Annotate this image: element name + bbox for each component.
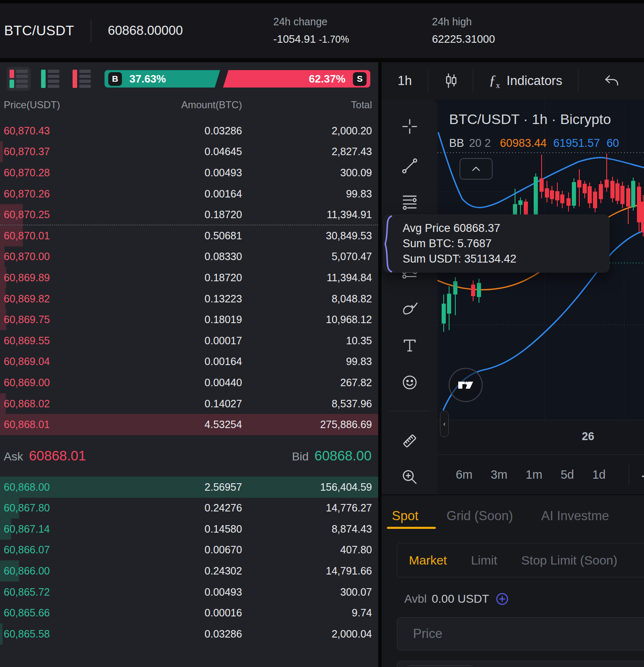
orderbook-panel: B 37.63% 62.37% S Price(USDT) Amount(BTC… xyxy=(0,62,378,667)
indicator-legend[interactable]: BB20 260983.4461951.5760 xyxy=(449,137,619,150)
book-view-both-icon[interactable] xyxy=(7,67,31,91)
fib-retracement-icon[interactable] xyxy=(401,194,418,210)
deposit-plus-icon[interactable] xyxy=(496,592,509,606)
orderbook-row[interactable]: 60,868.014.53254275,886.69 xyxy=(0,414,378,435)
order-type-limit[interactable]: Limit xyxy=(471,553,497,567)
sell-ratio-value: 62.37% xyxy=(309,73,345,85)
amount-field-wrap[interactable] xyxy=(397,661,644,667)
row-total: 14,791.66 xyxy=(242,565,378,577)
row-total: 11,394.91 xyxy=(242,209,378,221)
orderbook-row[interactable]: 60,865.580.032862,000.04 xyxy=(0,623,378,645)
legend-value-lower: 60 xyxy=(607,137,619,149)
row-amount: 0.13223 xyxy=(98,293,242,305)
measure-ruler-icon[interactable] xyxy=(401,433,418,449)
orderbook-row[interactable]: 60,870.250.1872011,394.91 xyxy=(0,204,378,225)
row-total: 8,874.43 xyxy=(242,523,378,535)
row-amount: 0.00164 xyxy=(98,188,242,200)
chart-style-button[interactable] xyxy=(428,62,473,100)
zoom-in-icon[interactable] xyxy=(401,469,418,485)
emoji-tool-icon[interactable] xyxy=(401,374,418,391)
interval-button[interactable]: 1h xyxy=(382,62,428,100)
change-value: -1054.91 -1.70% xyxy=(273,33,349,46)
orderbook-row[interactable]: 60,870.430.032862,000.20 xyxy=(0,120,378,141)
toolbar-collapse-handle[interactable]: ‹ xyxy=(440,411,449,437)
pair-title[interactable]: BTC/USDT xyxy=(4,23,74,39)
row-price: 60,869.04 xyxy=(0,355,98,368)
orderbook-row[interactable]: 60,870.010.5068130,849.53 xyxy=(0,225,378,246)
orderbook-row[interactable]: 60,869.550.0001710.35 xyxy=(0,330,378,351)
range-1m-button[interactable]: 1m xyxy=(526,468,542,482)
chevron-up-icon xyxy=(471,166,481,172)
orderbook-row[interactable]: 60,869.820.132238,048.82 xyxy=(0,288,378,309)
time-axis[interactable]: 26 xyxy=(437,420,644,454)
trading-app: BTC/USDT 60868.00000 24h change -1054.91… xyxy=(0,0,644,667)
row-amount: 0.00440 xyxy=(98,377,242,389)
price-input[interactable] xyxy=(397,626,644,641)
tab-spot[interactable]: Spot xyxy=(392,503,418,529)
row-price: 60,870.25 xyxy=(0,209,98,221)
col-amount: Amount(BTC) xyxy=(98,99,242,111)
row-total: 9.74 xyxy=(242,607,378,619)
toolbar-divider xyxy=(629,464,629,485)
row-amount: 0.24302 xyxy=(98,565,242,577)
high-label: 24h high xyxy=(432,16,495,28)
row-price: 60,869.55 xyxy=(0,335,98,347)
orderbook-row[interactable]: 60,865.720.00493300.07 xyxy=(0,582,378,603)
orderbook-hover-tooltip: Avg Price 60868.37 Sum BTC: 5.7687 Sum U… xyxy=(383,214,610,273)
orderbook-row[interactable]: 60,867.800.2427614,776.27 xyxy=(0,498,378,519)
tab-grid[interactable]: Grid (Soon) xyxy=(447,503,513,529)
orderbook-row[interactable]: 60,868.020.140278,537.96 xyxy=(0,393,378,414)
row-amount: 0.24276 xyxy=(98,502,242,514)
order-type-market[interactable]: Market xyxy=(409,553,447,567)
row-price: 60,865.66 xyxy=(0,607,98,619)
chart-canvas[interactable]: BTC/USDT · 1h · Bicrypto BB20 260983.446… xyxy=(437,100,644,494)
go-to-date-icon[interactable] xyxy=(641,466,644,483)
orderbook-row[interactable]: 60,869.750.1801910,968.12 xyxy=(0,309,378,330)
orderbook-row[interactable]: 60,868.002.56957156,404.59 xyxy=(0,477,378,498)
row-amount: 0.00493 xyxy=(98,586,242,598)
row-price: 60,869.89 xyxy=(0,272,98,284)
main-layout: B 37.63% 62.37% S Price(USDT) Amount(BTC… xyxy=(0,58,644,667)
ask-summary: Ask60868.01 xyxy=(4,448,86,464)
range-3m-button[interactable]: 3m xyxy=(491,468,507,482)
tab-ai[interactable]: AI Investme xyxy=(541,503,609,529)
orderbook-row[interactable]: 60,866.070.00670407.80 xyxy=(0,540,378,561)
orderbook-row[interactable]: 60,870.000.083305,070.47 xyxy=(0,246,378,268)
row-total: 407.80 xyxy=(242,544,378,556)
chart-toolbar: 1h ƒx Indicators xyxy=(382,62,644,100)
range-1d-button[interactable]: 1d xyxy=(592,468,605,482)
row-total: 275,886.69 xyxy=(242,419,378,431)
text-tool-icon[interactable] xyxy=(401,337,418,354)
amount-inner-box[interactable] xyxy=(407,665,473,667)
legend-collapse-button[interactable] xyxy=(459,158,493,180)
orderbook-row[interactable]: 60,869.000.00440267.82 xyxy=(0,372,378,393)
orderbook-row[interactable]: 60,867.140.145808,874.43 xyxy=(0,519,378,540)
book-view-bids-icon[interactable] xyxy=(38,67,62,91)
row-total: 300.07 xyxy=(242,586,378,598)
orderbook-row[interactable]: 60,869.040.0016499.83 xyxy=(0,351,378,372)
orderbook-row[interactable]: 60,865.660.000169.74 xyxy=(0,602,378,623)
crosshair-icon[interactable] xyxy=(401,118,418,135)
row-total: 10,968.12 xyxy=(242,314,378,326)
row-total: 11,394.84 xyxy=(242,272,378,284)
orderbook-row[interactable]: 60,866.000.2430214,791.66 xyxy=(0,560,378,582)
tradingview-logo[interactable] xyxy=(449,368,482,402)
order-type-stop[interactable]: Stop Limit (Soon) xyxy=(521,553,617,567)
orderbook-row[interactable]: 60,870.370.046452,827.43 xyxy=(0,141,378,163)
range-5d-button[interactable]: 5d xyxy=(561,468,574,482)
brush-icon[interactable] xyxy=(401,301,418,317)
indicators-button[interactable]: ƒx Indicators xyxy=(473,62,578,100)
orderbook-row[interactable]: 60,869.890.1872011,394.84 xyxy=(0,267,378,288)
book-view-asks-icon[interactable] xyxy=(70,67,94,91)
orderbook-row[interactable]: 60,870.280.00493300.09 xyxy=(0,162,378,183)
chart-symbol-title[interactable]: BTC/USDT · 1h · Bicrypto xyxy=(449,111,611,127)
date-label: 26 xyxy=(582,430,594,443)
range-6m-button[interactable]: 6m xyxy=(456,468,472,482)
orderbook-row[interactable]: 60,870.260.0016499.83 xyxy=(0,183,378,204)
row-total: 8,537.96 xyxy=(242,398,378,410)
trend-line-icon[interactable] xyxy=(401,158,418,174)
fx-icon: ƒx xyxy=(489,72,500,90)
undo-button[interactable] xyxy=(578,62,644,100)
legend-value-mid: 60983.44 xyxy=(500,137,547,149)
row-amount: 0.14027 xyxy=(98,398,242,410)
